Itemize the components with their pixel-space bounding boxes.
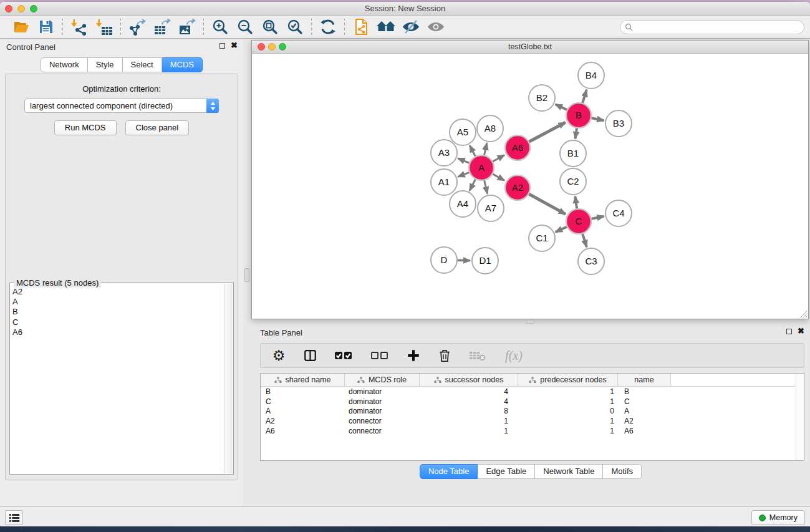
graph-node-C2[interactable]: C2 [560,168,586,195]
graph-node-C4[interactable]: C4 [605,200,632,226]
delete-table-icon[interactable] [468,346,486,365]
show-column-panel-icon[interactable] [302,346,318,365]
zoom-in-icon[interactable] [211,17,229,36]
tab-network[interactable]: Network [41,57,88,72]
show-all-icon[interactable] [427,17,445,36]
network-canvas-svg[interactable]: B4B2BB3A5A8A6A3B1AA1C2A2A4A7C4CC1C3DD1 [252,54,808,319]
mcds-result-item[interactable]: C [12,317,223,327]
table-cell[interactable]: connector [345,417,420,425]
table-cell[interactable]: A [261,407,345,415]
graph-node-C3[interactable]: C3 [578,248,604,274]
tab-motifs[interactable]: Motifs [603,464,642,479]
hide-selected-icon[interactable] [402,17,420,36]
graph-node-B1[interactable]: B1 [560,140,586,167]
graph-node-B2[interactable]: B2 [529,85,555,111]
tab-style[interactable]: Style [88,57,123,72]
import-network-icon[interactable] [70,17,89,36]
resize-grip-icon[interactable] [799,310,808,318]
table-cell[interactable]: 1 [420,427,518,435]
mcds-result-item[interactable]: A6 [12,327,223,337]
graph-node-B3[interactable]: B3 [605,110,632,137]
column-header-shared-name[interactable]: shared name [261,374,345,386]
split-handle[interactable] [244,268,249,282]
optimization-criterion-select[interactable]: largest connected component (directed) [24,99,219,113]
graph-node-A6[interactable]: A6 [505,135,530,160]
table-cell[interactable]: A2 [618,417,671,425]
network-snapshot-icon[interactable] [352,17,370,36]
column-header-MCDS-role[interactable]: MCDS role [345,374,420,386]
table-row[interactable]: Cdominator41C [261,397,804,407]
deselect-all-columns-icon[interactable] [369,346,390,365]
table-cell[interactable]: 1 [518,387,618,396]
table-cell[interactable]: B [261,387,345,396]
result-scrollbar[interactable] [224,284,233,473]
save-session-icon[interactable] [37,17,55,36]
table-cell[interactable]: dominator [345,387,420,396]
add-column-icon[interactable] [405,346,422,365]
table-cell[interactable]: A [618,407,671,415]
export-image-icon[interactable] [178,17,196,36]
float-panel-icon[interactable] [219,43,225,49]
function-builder-icon[interactable]: f(x) [501,346,526,365]
graph-node-D[interactable]: D [431,247,457,273]
table-cell[interactable]: 0 [518,407,618,415]
export-network-icon[interactable] [128,17,147,36]
table-cell[interactable]: B [618,387,671,396]
table-cell[interactable]: C [618,397,671,406]
close-panel-icon[interactable]: ✖ [231,42,238,49]
graph-node-A[interactable]: A [469,155,494,180]
graph-node-A3[interactable]: A3 [431,140,457,166]
table-cell[interactable]: dominator [345,407,420,415]
mcds-result-list[interactable]: A2ABCA6 [12,287,223,473]
zoom-selected-icon[interactable] [286,17,304,36]
zoom-fit-icon[interactable] [261,17,279,36]
search-field[interactable] [620,20,804,34]
table-cell[interactable]: 8 [420,407,518,415]
table-cell[interactable]: A2 [261,417,345,425]
search-input[interactable] [633,21,804,33]
memory-button[interactable]: Memory [751,510,805,525]
zoom-out-icon[interactable] [236,17,254,36]
table-cell[interactable]: dominator [345,397,420,406]
open-session-icon[interactable] [12,17,31,36]
graph-node-C[interactable]: C [566,209,591,234]
tab-select[interactable]: Select [123,57,162,72]
mcds-result-item[interactable]: A [12,297,223,307]
close-table-panel-icon[interactable]: ✖ [798,328,804,334]
column-header-name[interactable]: name [618,374,671,386]
import-table-icon[interactable] [95,17,113,36]
tab-mcds[interactable]: MCDS [162,57,203,72]
table-cell[interactable]: A6 [618,427,671,435]
table-row[interactable]: Adominator80A [261,407,804,417]
graph-node-A7[interactable]: A7 [478,195,504,221]
tab-node-table[interactable]: Node Table [420,464,478,479]
refresh-icon[interactable] [319,17,337,36]
graph-node-A8[interactable]: A8 [477,115,503,142]
column-header-successor-nodes[interactable]: successor nodes [420,374,518,386]
export-table-icon[interactable] [153,17,171,36]
close-panel-button[interactable]: Close panel [125,120,190,135]
float-table-panel-icon[interactable] [786,329,792,334]
horizontal-split-divider[interactable] [251,319,810,324]
delete-column-icon[interactable] [436,346,453,365]
graph-node-C1[interactable]: C1 [529,225,555,251]
table-cell[interactable]: 4 [420,397,518,406]
select-all-columns-icon[interactable] [333,346,354,365]
mcds-result-item[interactable]: A2 [12,287,223,297]
table-cell[interactable]: 1 [518,397,618,406]
tab-edge-table[interactable]: Edge Table [478,464,535,479]
graph-node-A4[interactable]: A4 [450,191,476,217]
graph-node-D1[interactable]: D1 [472,248,498,274]
table-cell[interactable]: connector [345,427,420,435]
network-canvas[interactable]: B4B2BB3A5A8A6A3B1AA1C2A2A4A7C4CC1C3DD1 [252,54,808,319]
graph-node-B4[interactable]: B4 [578,62,604,89]
panel-split-divider[interactable] [243,39,251,506]
table-row[interactable]: A2connector11A2 [261,416,804,426]
graph-node-A1[interactable]: A1 [431,169,457,195]
mcds-result-item[interactable]: B [12,307,223,317]
task-history-button[interactable] [5,510,23,525]
table-options-gear-icon[interactable]: ⚙ [271,346,287,365]
graph-node-A5[interactable]: A5 [450,119,476,145]
table-cell[interactable]: 1 [420,417,518,425]
first-neighbors-icon[interactable] [377,17,395,36]
